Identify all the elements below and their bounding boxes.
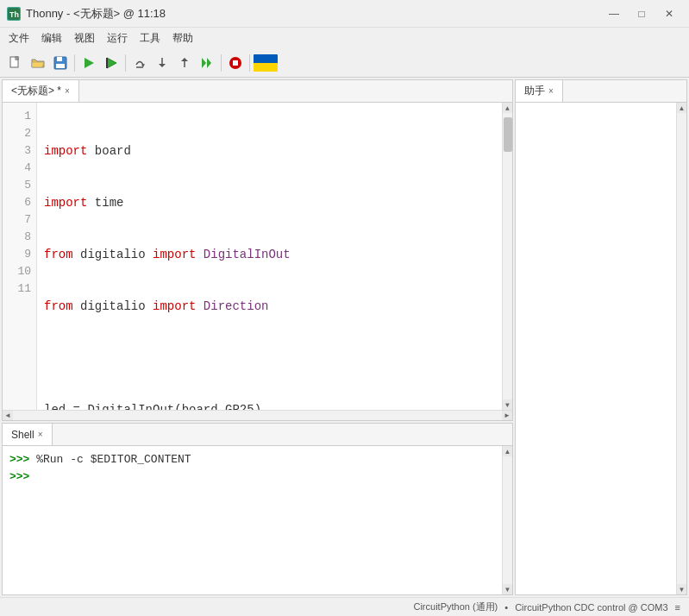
shell-container: Shell × >>> %Run -c $EDITOR_CONTENT >>> xyxy=(2,423,513,595)
assistant-tab[interactable]: 助手 × xyxy=(516,80,563,102)
line-num-9: 9 xyxy=(3,246,31,263)
shell-scrollbar-up[interactable]: ▲ xyxy=(503,446,513,456)
menu-help[interactable]: 帮助 xyxy=(167,30,198,47)
svg-rect-19 xyxy=(233,60,238,66)
line-num-1: 1 xyxy=(3,108,31,125)
shell-tab[interactable]: Shell × xyxy=(3,424,53,445)
code-line-4: from digitalio import Direction xyxy=(44,298,495,315)
shell-line-1: >>> %Run -c $EDITOR_CONTENT xyxy=(9,451,495,468)
step-over-button[interactable] xyxy=(129,53,150,73)
shell-scrollbar-down[interactable]: ▼ xyxy=(503,584,513,594)
minimize-button[interactable]: — xyxy=(601,4,627,23)
shell-tab-close[interactable]: × xyxy=(38,430,43,439)
run-button[interactable] xyxy=(78,53,99,73)
scrollbar-up-arrow[interactable]: ▲ xyxy=(503,103,513,113)
line-num-6: 6 xyxy=(3,194,31,211)
shell-body[interactable]: >>> %Run -c $EDITOR_CONTENT >>> xyxy=(3,446,502,594)
assistant-panel: 助手 × ▲ ▼ xyxy=(515,79,687,595)
toolbar-sep-3 xyxy=(221,54,222,72)
save-button[interactable] xyxy=(50,53,71,73)
window-controls: — □ ✕ xyxy=(601,4,682,23)
svg-text:Th: Th xyxy=(9,10,19,19)
line-num-5: 5 xyxy=(3,177,31,194)
menu-view[interactable]: 视图 xyxy=(69,30,100,47)
resume-button[interactable] xyxy=(197,53,217,73)
line-num-11: 11 xyxy=(3,280,31,298)
assistant-vscrollbar[interactable]: ▲ ▼ xyxy=(676,103,686,594)
code-line-6: led = DigitalInOut(board.GP25) xyxy=(44,401,495,410)
save-icon xyxy=(53,56,67,70)
menu-tools[interactable]: 工具 xyxy=(135,30,166,47)
step-out-button[interactable] xyxy=(174,53,195,73)
svg-marker-8 xyxy=(107,58,116,68)
maximize-button[interactable]: □ xyxy=(629,4,655,23)
editor-vscrollbar[interactable]: ▲ ▼ xyxy=(502,103,512,410)
assistant-scroll-up[interactable]: ▲ xyxy=(677,103,687,113)
flag-yellow xyxy=(254,63,278,72)
svg-marker-13 xyxy=(159,64,166,67)
shell-prompt-1: >>> xyxy=(9,453,29,466)
h-scroll-right-arrow[interactable]: ► xyxy=(502,411,512,421)
svg-marker-15 xyxy=(181,58,188,61)
assistant-tab-close[interactable]: × xyxy=(548,86,554,96)
editor-container: <无标题> * × 1 2 3 4 5 6 7 8 9 10 11 xyxy=(2,79,513,421)
debug-icon xyxy=(104,56,118,70)
stop-icon xyxy=(229,56,242,70)
toolbar-sep-1 xyxy=(74,54,75,72)
close-button[interactable]: ✕ xyxy=(656,4,682,23)
code-line-2: import time xyxy=(44,194,495,211)
svg-marker-7 xyxy=(85,58,94,68)
debug-button[interactable] xyxy=(101,53,122,73)
resume-icon xyxy=(200,56,214,70)
status-port: CircuitPython CDC control @ COM3 xyxy=(515,602,667,613)
step-out-icon xyxy=(178,56,191,70)
shell-line-2: >>> xyxy=(9,468,495,486)
title-bar-left: Th Thonny - <无标题> @ 11:18 xyxy=(7,6,166,22)
menu-run[interactable]: 运行 xyxy=(102,30,133,47)
toolbar xyxy=(0,48,689,78)
editor-tab[interactable]: <无标题> * × xyxy=(3,80,79,102)
code-editor[interactable]: import board import time from digitalio … xyxy=(37,103,502,410)
status-separator: • xyxy=(504,602,508,613)
menu-edit[interactable]: 编辑 xyxy=(36,30,67,47)
line-num-2: 2 xyxy=(3,125,31,142)
line-num-8: 8 xyxy=(3,229,31,246)
assistant-scroll-track xyxy=(677,113,686,584)
editor-body[interactable]: 1 2 3 4 5 6 7 8 9 10 11 import board imp… xyxy=(3,103,512,410)
editor-tab-close[interactable]: × xyxy=(65,86,70,96)
scrollbar-thumb[interactable] xyxy=(504,117,512,152)
new-icon xyxy=(9,56,22,70)
main-content: <无标题> * × 1 2 3 4 5 6 7 8 9 10 11 xyxy=(0,78,689,597)
step-in-icon xyxy=(155,56,169,70)
run-icon xyxy=(82,56,96,70)
status-bar: CircuitPython (通用) • CircuitPython CDC c… xyxy=(0,597,689,616)
left-panel: <无标题> * × 1 2 3 4 5 6 7 8 9 10 11 xyxy=(2,79,513,595)
svg-marker-16 xyxy=(202,58,206,68)
h-scroll-left-arrow[interactable]: ◄ xyxy=(3,411,13,421)
open-icon xyxy=(31,56,45,70)
shell-tab-label: Shell xyxy=(11,429,34,441)
code-line-5 xyxy=(44,349,495,367)
h-scroll-track xyxy=(13,411,502,420)
assistant-body[interactable] xyxy=(516,103,676,594)
editor-tab-label: <无标题> * xyxy=(11,84,61,98)
assistant-scroll-down[interactable]: ▼ xyxy=(677,584,687,594)
scrollbar-down-arrow[interactable]: ▼ xyxy=(503,399,513,410)
line-num-7: 7 xyxy=(3,211,31,229)
menu-bar: 文件 编辑 视图 运行 工具 帮助 xyxy=(0,28,689,48)
status-extra: ≡ xyxy=(675,602,680,613)
open-button[interactable] xyxy=(28,53,48,73)
assistant-tab-bar: 助手 × xyxy=(516,80,686,103)
code-line-3: from digitalio import DigitalInOut xyxy=(44,246,495,263)
editor-tab-bar: <无标题> * × xyxy=(3,80,512,103)
new-button[interactable] xyxy=(5,53,26,73)
flag-blue xyxy=(254,54,278,63)
line-numbers: 1 2 3 4 5 6 7 8 9 10 11 xyxy=(3,103,37,410)
shell-vscrollbar[interactable]: ▲ ▼ xyxy=(502,446,512,594)
menu-file[interactable]: 文件 xyxy=(3,30,34,47)
stop-button[interactable] xyxy=(225,53,246,73)
scrollbar-track xyxy=(503,113,512,399)
shell-scrollbar-track xyxy=(503,456,512,584)
step-in-button[interactable] xyxy=(152,53,172,73)
editor-hscrollbar[interactable]: ◄ ► xyxy=(3,410,512,420)
